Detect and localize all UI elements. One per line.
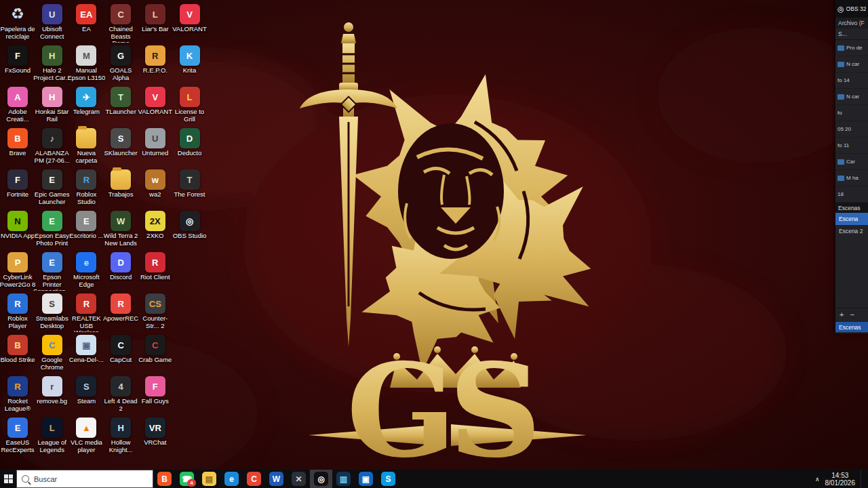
start-button[interactable]	[0, 470, 16, 488]
obs-dock-row[interactable]: 05 20	[835, 121, 868, 138]
taskbar-app-camera-app[interactable]: ▣	[355, 470, 377, 488]
obs-toolbar[interactable]: S...	[835, 28, 868, 40]
desktop-icon-cyberlink-power2go-8[interactable]: PCyberLink Power2Go 8	[1, 252, 35, 291]
desktop-icon-trabajos[interactable]: Trabajos	[104, 169, 138, 208]
desktop-icon-wild-terra-2-new-lands[interactable]: WWild Terra 2 New Lands	[104, 211, 138, 249]
desktop-icon-label: GOALS Alpha	[102, 67, 140, 81]
desktop-icon-adobe-creati[interactable]: AAdobe Creati...	[1, 87, 35, 125]
desktop-icon-league-of-legends[interactable]: LLeague of Legends	[35, 418, 69, 456]
desktop-icon-manual-epson-l3150[interactable]: MManual Epson L3150	[69, 45, 103, 84]
app-icon-goals-alpha: G	[111, 45, 131, 66]
obs-menu-archivo[interactable]: Archivo (F	[838, 20, 865, 26]
desktop-icon-discord[interactable]: DDiscord	[104, 252, 138, 291]
obs-window[interactable]: ◎ OBS 32... Archivo (F S... Pro deN carf…	[835, 0, 868, 333]
desktop-icon-vlc-media-player[interactable]: ▲VLC media player	[69, 418, 103, 456]
taskbar-app-obs-studio[interactable]: ◎	[310, 470, 332, 488]
desktop-icon-wa2[interactable]: wwa2	[138, 169, 172, 208]
desktop-icon-microsoft-edge[interactable]: eMicrosoft Edge	[69, 252, 103, 291]
taskbar-app-brave[interactable]: B	[153, 470, 176, 488]
desktop-icon-valorant[interactable]: VVALORANT	[138, 87, 172, 125]
add-scene-button[interactable]: +	[840, 310, 844, 319]
desktop-icon-liar-s-bar[interactable]: LLiar's Bar	[138, 4, 172, 43]
desktop-icon-alabanza-pm-27-06[interactable]: ♪ALABANZA PM (27-06...	[35, 128, 69, 167]
desktop-icon-r-e-p-o[interactable]: RR.E.P.O.	[138, 45, 172, 84]
obs-titlebar[interactable]: ◎ OBS 32...	[835, 0, 868, 18]
desktop-icon-ea[interactable]: EAEA	[69, 4, 103, 43]
desktop-icon-blood-strike[interactable]: BBlood Strike	[1, 335, 35, 373]
obs-menu-bar[interactable]: Archivo (F	[835, 18, 868, 28]
desktop-icon-unturned[interactable]: UUnturned	[138, 128, 172, 167]
desktop-icon-remove-bg[interactable]: rremove.bg	[35, 376, 69, 415]
desktop-icon-the-forest[interactable]: TThe Forest	[173, 169, 207, 208]
desktop-icon-google-chrome[interactable]: CGoogle Chrome	[35, 335, 69, 373]
remove-scene-button[interactable]: −	[850, 310, 854, 319]
desktop-icon-rocket-league[interactable]: RRocket League®	[1, 376, 35, 415]
desktop-icon-2xko[interactable]: 2X2XKO	[138, 211, 172, 249]
desktop-icon-steam[interactable]: SSteam	[69, 376, 103, 415]
desktop-icon-tlauncher[interactable]: TTLauncher	[104, 87, 138, 125]
desktop-icon-halo-2-project-car[interactable]: HHalo 2 Project Car...	[35, 45, 69, 84]
desktop-icon-roblox-player[interactable]: RRoblox Player	[1, 293, 35, 332]
taskbar-app-chrome[interactable]: C	[243, 470, 265, 488]
desktop-icon-nvidia-app[interactable]: NNVIDIA App	[1, 211, 35, 249]
obs-dock-row[interactable]: 18	[835, 186, 868, 203]
obs-dock-row[interactable]: fo 14	[835, 73, 868, 89]
taskbar-app-whatsapp[interactable]: ☎4	[176, 470, 198, 488]
taskbar-clock[interactable]: 14:53 8/01/2026	[825, 472, 856, 487]
desktop-icon-cena-del[interactable]: ▣Cena-Del-...	[69, 335, 103, 373]
desktop-icon-goals-alpha[interactable]: GGOALS Alpha	[104, 45, 138, 84]
taskbar-search[interactable]: Buscar	[16, 470, 153, 488]
obs-dock-row[interactable]: M ha	[835, 170, 868, 186]
show-desktop-button[interactable]	[861, 470, 864, 488]
scene-item-escena[interactable]: Escena	[835, 213, 868, 225]
taskbar-app-word[interactable]: W	[265, 470, 288, 488]
taskbar-app-game-tools[interactable]: ✕	[288, 470, 310, 488]
obs-dock-row[interactable]: N car	[835, 89, 868, 105]
desktop-icon-papelera-de-reciclaje[interactable]: ♻Papelera de reciclaje	[1, 4, 35, 43]
desktop-icon-sklauncher[interactable]: SSKlauncher	[104, 128, 138, 167]
desktop-icon-honkai-star-rail[interactable]: HHonkai Star Rail	[35, 87, 69, 125]
desktop-icon-fortnite[interactable]: FFortnite	[1, 169, 35, 208]
taskbar-app-skype[interactable]: S	[377, 470, 399, 488]
desktop-icon-apowerrec[interactable]: RApowerREC	[104, 293, 138, 332]
desktop-icon-telegram[interactable]: ✈Telegram	[69, 87, 103, 125]
desktop-icon-chained-beasts-demo[interactable]: CChained Beasts Demo	[104, 4, 138, 43]
desktop-icon-realtek-usb-wireless-la[interactable]: RREALTEK USB Wireless LA...	[69, 293, 103, 332]
desktop-icon-epson-easy-photo-print[interactable]: EEpson Easy Photo Print	[35, 211, 69, 249]
desktop-icon-ubisoft-connect[interactable]: UUbisoft Connect	[35, 4, 69, 43]
desktop-icon-nueva-carpeta[interactable]: Nueva carpeta	[69, 128, 103, 167]
desktop-icon-epic-games-launcher[interactable]: EEpic Games Launcher	[35, 169, 69, 208]
obs-dock-row[interactable]: fo	[835, 105, 868, 121]
desktop-icon-valorant[interactable]: VVALORANT	[173, 4, 207, 43]
desktop-icon-vrchat[interactable]: VRVRChat	[138, 418, 172, 456]
obs-dock-row[interactable]: Pro de	[835, 40, 868, 56]
desktop-icon-easeus-recexperts[interactable]: EEaseUS RecExperts	[1, 418, 35, 456]
scene-item-escena-2[interactable]: Escena 2	[835, 225, 868, 237]
desktop-icon-krita[interactable]: KKrita	[173, 45, 207, 84]
desktop-icon-crab-game[interactable]: CCrab Game	[138, 335, 172, 373]
obs-dock-row[interactable]: Car	[835, 154, 868, 170]
desktop-icon-left-4-dead-2[interactable]: 4Left 4 Dead 2	[104, 376, 138, 415]
taskbar-app-task-manager[interactable]: ▥	[332, 470, 355, 488]
desktop-icon-roblox-studio[interactable]: RRoblox Studio	[69, 169, 103, 208]
desktop-icon-brave[interactable]: BBrave	[1, 128, 35, 167]
desktop[interactable]: G S ♻Papelera de reciclajeFFxSoundAAdobe…	[0, 0, 868, 488]
desktop-icon-deducto[interactable]: DDeducto	[173, 128, 207, 167]
obs-scenes-dock-tab[interactable]: Escenas	[835, 322, 868, 332]
obs-dock-row[interactable]: N car	[835, 56, 868, 73]
desktop-icon-riot-client[interactable]: RRiot Client	[138, 252, 172, 291]
desktop-icon-escritorio[interactable]: EEscritorio ...	[69, 211, 103, 249]
desktop-icon-hollow-knight[interactable]: HHollow Knight...	[104, 418, 138, 456]
taskbar-app-file-explorer[interactable]: ▤	[198, 470, 220, 488]
desktop-icon-fxsound[interactable]: FFxSound	[1, 45, 35, 84]
tray-chevron-icon[interactable]: ∧	[815, 476, 820, 483]
desktop-icon-counter-str-2[interactable]: CSCounter-Str... 2	[138, 293, 172, 332]
desktop-icon-epson-printer-connection[interactable]: EEpson Printer Connection...	[35, 252, 69, 291]
desktop-icon-capcut[interactable]: CCapCut	[104, 335, 138, 373]
desktop-icon-streamlabs-desktop[interactable]: SStreamlabs Desktop	[35, 293, 69, 332]
desktop-icon-license-to-grill[interactable]: LLicense to Grill	[173, 87, 207, 125]
taskbar-app-edge[interactable]: e	[220, 470, 243, 488]
desktop-icon-fall-guys[interactable]: FFall Guys	[138, 376, 172, 415]
obs-dock-row[interactable]: fo 11	[835, 138, 868, 154]
desktop-icon-obs-studio[interactable]: ◎OBS Studio	[173, 211, 207, 249]
